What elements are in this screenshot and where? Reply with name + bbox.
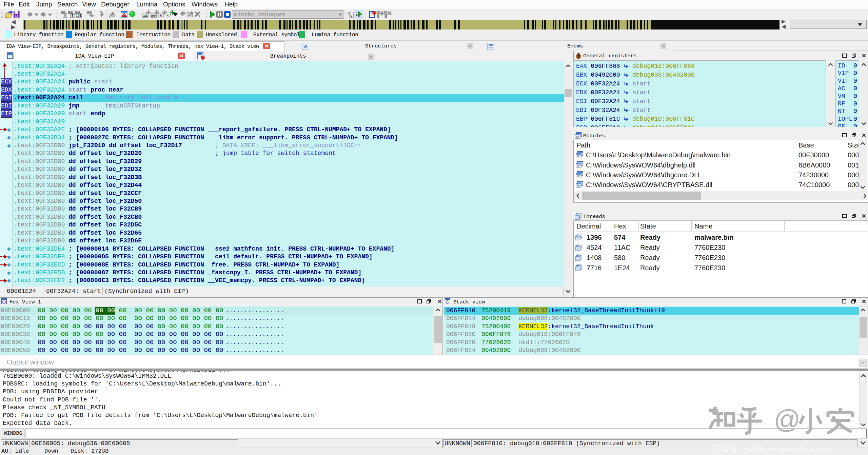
svg-text:101: 101 [76, 14, 82, 18]
svg-text:#: # [64, 14, 66, 18]
svg-text:T: T [71, 14, 73, 18]
svg-text:‘s’: ‘s’ [165, 13, 171, 18]
svg-text:CODE: CODE [143, 14, 148, 17]
svg-text:A: A [160, 14, 162, 18]
svg-text:DATA: DATA [151, 14, 157, 17]
svg-text:c: c [350, 13, 352, 17]
svg-text:A: A [304, 44, 308, 49]
svg-text:c: c [356, 13, 358, 17]
